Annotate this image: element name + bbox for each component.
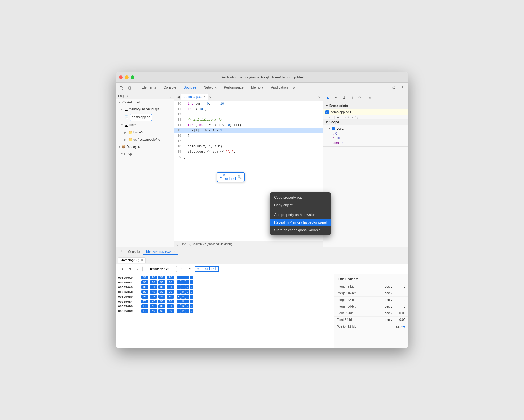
breakpoints-header[interactable]: ▼ Breakpoints — [323, 103, 408, 109]
memory-back-btn[interactable]: ↺ — [119, 266, 125, 272]
source-tab-demo-cpp[interactable]: demo-cpp.cc ✕ — [181, 94, 208, 100]
minimize-button[interactable] — [125, 75, 129, 79]
endian-dropdown[interactable]: Little Endian ∨ — [338, 277, 358, 281]
tree-deployed-section[interactable]: ▼ 📦 Deployed — [116, 144, 174, 150]
breakpoint-item-1[interactable]: ✓ demo-cpp.cc:15 — [323, 109, 408, 115]
mem-char: . — [190, 309, 193, 313]
memory-next-btn[interactable]: › — [179, 266, 185, 272]
tree-arrow-file: ▼ — [121, 123, 123, 128]
tab-overflow[interactable]: » — [292, 86, 296, 90]
bottom-tab-memory-inspector[interactable]: Memory Inspector ✕ — [143, 249, 178, 255]
breakpoint-checkbox[interactable]: ✓ — [325, 110, 329, 114]
step-into-btn[interactable]: ⬇ — [341, 94, 348, 101]
step-over-btn[interactable] — [333, 94, 340, 101]
tree-arrow-top: ▼ — [121, 152, 123, 156]
deactivate-breakpoints-btn[interactable]: ✏ — [367, 94, 374, 101]
step-btn[interactable]: ↷ — [357, 94, 364, 101]
tab-console[interactable]: Console — [160, 84, 179, 91]
pointer-navigate-icon[interactable]: ➡ — [402, 325, 405, 329]
tab-elements[interactable]: Elements — [138, 84, 159, 91]
sidebar-overflow[interactable]: » — [127, 94, 129, 98]
ctx-copy-property-path[interactable]: Copy property path — [270, 194, 331, 201]
pause-on-exceptions-btn[interactable]: ⏸ — [375, 94, 382, 101]
tree-authored-section[interactable]: ▼ </> Authored — [116, 99, 174, 106]
info-format-int16[interactable]: dec ∨ — [385, 291, 393, 295]
info-value-float32: 0.00 — [395, 311, 405, 315]
scope-header[interactable]: ▼ Scope — [323, 119, 408, 125]
memory-forward-btn[interactable]: ↻ — [126, 266, 133, 272]
mem-char: . — [190, 280, 193, 284]
tree-bsw-folder[interactable]: ▶ 📁 b/s/w/ir — [116, 129, 174, 136]
source-tab-overflow[interactable]: » — [208, 95, 212, 99]
context-menu-popup: Copy property path Copy object Add prope… — [270, 192, 331, 235]
bottom-more-icon[interactable]: ⋮ — [118, 249, 124, 255]
tree-demo-cpp-cc[interactable]: 📄 demo-cpp.cc — [116, 113, 174, 122]
breakpoints-section: ▼ Breakpoints ✓ demo-cpp.cc:15 x[i] = n … — [323, 103, 408, 119]
mem-addr-label: 005050B4 — [118, 300, 139, 303]
scope-local-section[interactable]: ▼ L Local — [325, 126, 406, 131]
inspect-icon[interactable] — [118, 84, 125, 91]
info-format-int64[interactable]: dec ∨ — [385, 305, 393, 308]
tab-sources[interactable]: Sources — [180, 84, 200, 91]
step-out-btn[interactable]: ⬆ — [349, 94, 356, 101]
tab-memory[interactable]: Memory — [248, 84, 267, 91]
svg-rect-0 — [129, 87, 131, 89]
bottom-tab-close[interactable]: ✕ — [173, 250, 176, 253]
info-format-int8[interactable]: dec ∨ — [385, 285, 393, 288]
fullscreen-button[interactable] — [131, 75, 134, 79]
code-line-16: 16 } — [174, 133, 323, 138]
memory-tab-256[interactable]: Memory(256) ✕ — [118, 257, 146, 263]
source-run-icon[interactable]: ▷ — [316, 95, 322, 99]
breakpoints-content: ✓ demo-cpp.cc:15 x[i] = n - i - 1; — [323, 109, 408, 119]
source-tab-close[interactable]: ✕ — [203, 95, 206, 98]
code-line-15: 15 x[i] = n - i - 1; — [174, 128, 323, 133]
info-format-float64[interactable]: dec ∨ — [385, 318, 393, 322]
tree-file-domain[interactable]: ▼ ☁ file:// — [116, 122, 174, 129]
tree-arrow-deployed: ▼ — [118, 145, 121, 149]
more-options-icon[interactable]: ⋮ — [399, 84, 406, 91]
tab-application[interactable]: Application — [268, 84, 291, 91]
ctx-store-global-variable[interactable]: Store object as global variable — [270, 226, 331, 234]
mem-char: . — [181, 285, 185, 289]
bottom-tab-console[interactable]: Console — [125, 249, 142, 255]
mem-ascii: . . . . — [177, 285, 193, 289]
ctx-copy-object[interactable]: Copy object — [270, 201, 331, 209]
memory-prev-btn[interactable]: ‹ — [134, 266, 141, 272]
sidebar-more-icon[interactable]: ⋮ — [168, 94, 172, 98]
mem-ascii: P N . . — [177, 295, 193, 299]
toolbar-right: ⚙ ⋮ — [390, 84, 406, 91]
source-back-icon[interactable]: ◀ — [175, 94, 181, 100]
tree-top-item[interactable]: ▼ □ top — [116, 150, 174, 157]
sidebar-page-label: Page — [118, 94, 125, 98]
tab-performance[interactable]: Performance — [221, 84, 247, 91]
devtools-navbar: Elements Console Sources Network Perform… — [116, 83, 408, 93]
mem-byte: 00 — [158, 276, 165, 279]
format-chevron: ∨ — [390, 311, 393, 315]
mem-char: . — [185, 290, 189, 294]
device-toggle-icon[interactable] — [126, 84, 134, 91]
close-button[interactable] — [119, 75, 123, 79]
tree-memory-inspector-domain[interactable]: ▼ ☁ memory-inspector.glit — [116, 106, 174, 113]
info-format-int32[interactable]: dec ∨ — [385, 298, 393, 302]
traffic-lights — [119, 75, 134, 79]
mem-bytes: 80 4D 00 00 — [141, 290, 174, 294]
mem-byte: 50 — [141, 295, 148, 299]
memory-address-input[interactable] — [142, 266, 177, 272]
tab-network[interactable]: Network — [201, 84, 220, 91]
ctx-reveal-memory-inspector[interactable]: Reveal in Memory Inspector panel — [270, 219, 331, 226]
settings-icon[interactable]: ⚙ — [390, 84, 398, 91]
scope-x-badge[interactable]: ▶ x: int[10] 🔍 — [217, 172, 245, 182]
info-row-int16: Integer 16-bit dec ∨ 0 — [334, 290, 408, 297]
mem-addr-label: 005050A0 — [118, 276, 139, 279]
info-format-float32[interactable]: dec ∨ — [385, 311, 393, 315]
memory-tab-label: Memory(256) — [120, 258, 139, 262]
scope-local-label: Local — [336, 127, 344, 131]
resume-btn[interactable]: ▶ — [325, 94, 332, 101]
memory-refresh-btn[interactable]: ↻ — [187, 266, 193, 272]
info-type-float32: Float 32-bit — [337, 311, 383, 315]
ctx-add-property-watch[interactable]: Add property path to watch — [270, 211, 331, 219]
mem-bytes: 00 00 00 00 — [141, 285, 174, 289]
memory-tab-close[interactable]: ✕ — [141, 258, 143, 262]
mem-ascii: . M . . — [177, 290, 193, 294]
tree-usrlocal-folder[interactable]: ▶ 📁 usr/local/google/ho — [116, 136, 174, 143]
